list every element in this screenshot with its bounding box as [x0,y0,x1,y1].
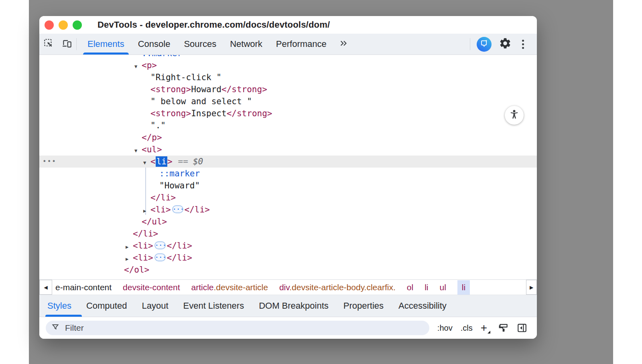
tab-elements[interactable]: Elements [81,34,131,55]
crumb-part: li [462,283,465,292]
node-text: "Howard" [159,181,200,190]
window-title: DevTools - developer.chrome.com/docs/dev… [98,20,330,30]
breadcrumb-item[interactable]: e-main-content [55,283,112,292]
close-window-button[interactable] [45,20,54,30]
collapsed-children-ellipsis[interactable]: ··· [154,241,166,249]
tab-sources[interactable]: Sources [177,34,223,55]
node-tag: <li> [133,241,153,251]
breadcrumb-item[interactable]: li [457,280,470,295]
tab-console[interactable]: Console [131,34,177,55]
settings-button[interactable] [499,37,512,51]
tab-dom-breakpoints[interactable]: DOM Breakpoints [259,295,329,317]
tab-accessibility[interactable]: Accessibility [398,295,447,317]
panel-tabs: ElementsConsoleSourcesNetworkPerformance [81,34,333,55]
zoom-window-button[interactable] [73,20,82,30]
node-tag: <ul> [142,145,162,154]
collapsed-children-ellipsis[interactable]: ··· [154,253,166,261]
expand-arrow-icon[interactable] [143,205,150,217]
node-tag: </li> [133,229,158,239]
breadcrumb-item[interactable]: div.devsite-article-body.clearfix. [279,283,396,292]
node-tag: </p> [142,133,162,142]
kebab-menu-button[interactable] [519,37,527,51]
crumb-part: article [191,283,214,292]
dom-tree-row[interactable]: </li> [39,192,537,204]
dom-tree-row[interactable]: ::marker [39,55,537,59]
crumb-part: devsite-content [123,283,180,292]
dom-tree-row[interactable]: <li>···</li> [39,240,537,252]
node-tag: < [150,157,156,166]
dom-tree-row[interactable]: ::marker [39,168,537,180]
toolbar-right-cluster [470,34,537,55]
tab-event-listeners[interactable]: Event Listeners [183,295,244,317]
crumb-part: .devsite-article [214,283,268,292]
tab-styles[interactable]: Styles [47,295,71,317]
dom-tree-row[interactable]: </ul> [39,216,537,228]
dom-tree-row[interactable]: <li>···</li> [39,252,537,264]
toolbar-divider [470,38,470,50]
dom-tree-row[interactable]: </p> [39,131,537,144]
node-tag: </li> [167,241,192,251]
ai-assistance-button[interactable] [477,37,492,52]
collapsed-children-ellipsis[interactable]: ··· [172,205,183,213]
inspect-element-button[interactable] [39,34,58,55]
brush-rendering-button[interactable] [498,323,509,333]
tab-computed[interactable]: Computed [86,295,127,317]
dom-tree-row[interactable]: "Howard" [39,180,537,192]
dom-tree-row[interactable]: </li> [39,228,537,240]
minimize-window-button[interactable] [59,20,68,30]
node-tag: </li> [150,193,176,202]
node-tag: <strong> [150,85,191,94]
chevron-left-icon: ◀ [44,285,47,290]
expand-arrow-icon[interactable] [126,253,133,265]
node-tag: </li> [185,205,210,214]
toggle-sidebar-button[interactable] [517,323,527,333]
main-toolbar: ElementsConsoleSourcesNetworkPerformance [39,34,537,55]
breadcrumb-scroll-right-button[interactable]: ▶ [526,280,537,295]
breadcrumb-item[interactable]: ol [407,283,413,292]
dom-tree-row[interactable]: <ul> [39,144,537,156]
breadcrumb-item[interactable]: devsite-content [123,283,180,292]
crumb-part: ol [407,283,413,292]
crumb-part: .devsite-article-body.clearfix. [289,283,396,292]
tab-network[interactable]: Network [223,34,269,55]
node-tag: </strong> [227,109,272,118]
expand-arrow-icon[interactable] [143,157,150,169]
filter-input[interactable] [64,323,185,333]
node-text: Inspect [191,109,227,118]
dom-tree-row[interactable]: "Right-click " [39,71,537,83]
node-tag: </ul> [142,217,167,226]
dom-tree-row[interactable]: </ol> [39,264,537,276]
node-text: Howard [191,85,221,94]
toggle-sidebar-icon [517,323,527,333]
styles-filter-bar: :hov .cls + [39,317,537,339]
toggle-hover-state-button[interactable]: :hov [437,324,453,333]
ai-assistance-icon [480,39,489,49]
dom-tree-row[interactable]: " below and select " [39,95,537,107]
dom-tree-row[interactable]: "." [39,119,537,131]
dom-tree-row[interactable]: <strong>Inspect</strong> [39,107,537,119]
crumb-part: ul [439,283,446,292]
dom-tree-row[interactable]: <p> [39,59,537,71]
expand-arrow-icon[interactable] [134,145,142,157]
tab-properties[interactable]: Properties [343,295,384,317]
expand-arrow-icon[interactable] [134,61,142,73]
breadcrumb-item[interactable]: ul [439,283,446,292]
traffic-lights [39,20,87,30]
dom-tree-row[interactable]: <li>···</li> [39,204,537,216]
breadcrumb-item[interactable]: li [425,283,428,292]
tab-performance[interactable]: Performance [269,34,333,55]
dom-tree-row[interactable]: •••<li>==$0 [39,156,537,168]
expand-arrow-icon[interactable] [126,241,133,253]
breadcrumb-item[interactable]: article.devsite-article [191,283,268,292]
device-toolbar-button[interactable] [58,34,76,55]
node-text: " below and select " [150,97,252,106]
filter-field[interactable] [46,321,429,335]
new-style-rule-button[interactable]: + [481,324,490,332]
dom-tree-row[interactable]: <strong>Howard</strong> [39,83,537,95]
breadcrumb-scroll-left-button[interactable]: ◀ [39,280,52,295]
crumb-part: e-main-content [55,283,112,292]
toggle-classes-button[interactable]: .cls [461,324,473,333]
tab-layout[interactable]: Layout [142,295,168,317]
more-tabs-button[interactable] [333,34,354,55]
device-toolbar-icon [62,38,72,50]
